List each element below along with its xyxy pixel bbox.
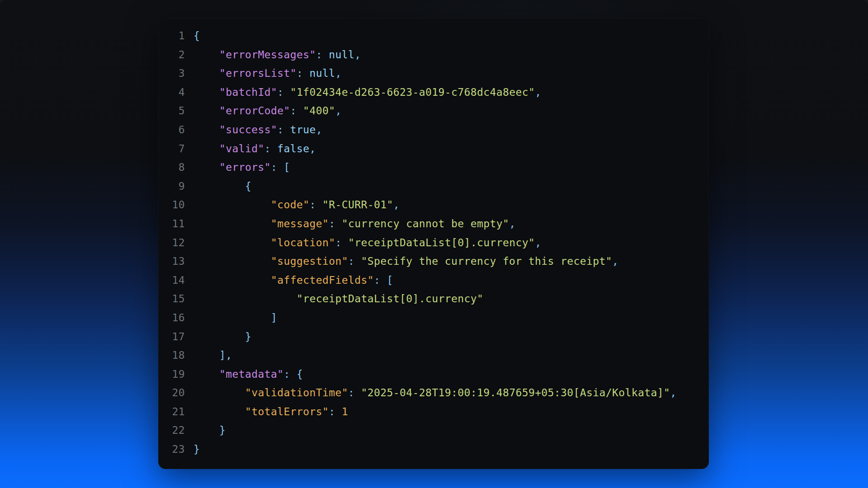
code-token-punct: ,	[309, 140, 316, 159]
line-number: 12	[164, 234, 185, 253]
code-token-str: "1f02434e-d263-6623-a019-c768dc4a8eec"	[290, 83, 535, 102]
code-token-num: 1	[342, 403, 348, 422]
code-area: 1{2 "errorMessages": null,3 "errorsList"…	[159, 19, 708, 459]
code-token-lit: null	[309, 64, 335, 83]
line-number: 19	[164, 365, 185, 384]
code-token-key: "batchId"	[219, 83, 277, 102]
code-token-key2: "validationTime"	[245, 384, 348, 403]
code-token-ws	[193, 384, 245, 403]
code-token-str: "currency cannot be empty"	[342, 215, 509, 234]
code-line: 18 ],	[164, 346, 708, 365]
line-number: 20	[164, 384, 185, 403]
code-token-punct: ,	[509, 215, 515, 234]
code-token-ws	[193, 309, 271, 328]
line-number: 16	[164, 309, 185, 328]
code-line: 14 "affectedFields": [	[164, 271, 708, 290]
line-number: 10	[164, 196, 185, 215]
code-line: 7 "valid": false,	[164, 140, 708, 159]
code-token-punct: [	[387, 271, 393, 290]
code-line: 10 "code": "R-CURR-01",	[164, 196, 708, 215]
line-number: 5	[164, 102, 185, 121]
code-token-punct: ]	[271, 309, 277, 328]
code-token-colon: :	[316, 46, 329, 65]
line-number: 18	[164, 346, 185, 365]
line-number: 7	[164, 140, 185, 159]
code-token-colon: :	[374, 271, 387, 290]
code-token-ws	[193, 234, 271, 253]
page-background: 1{2 "errorMessages": null,3 "errorsList"…	[0, 0, 868, 488]
code-token-key2: "affectedFields"	[271, 271, 374, 290]
code-token-str: "400"	[303, 102, 335, 121]
code-token-punct: ,	[335, 64, 341, 83]
line-number: 22	[164, 421, 185, 440]
code-line: 6 "success": true,	[164, 121, 708, 140]
code-token-colon: :	[329, 403, 342, 422]
code-line: 13 "suggestion": "Specify the currency f…	[164, 252, 708, 271]
code-line: 9 {	[164, 177, 708, 196]
code-token-punct: ,	[670, 384, 676, 403]
line-number: 13	[164, 252, 185, 271]
code-line: 5 "errorCode": "400",	[164, 102, 708, 121]
code-token-punct: {	[245, 177, 251, 196]
code-token-punct: [	[283, 158, 290, 177]
code-token-colon: :	[271, 158, 284, 177]
code-token-key: "success"	[219, 121, 277, 140]
line-number: 1	[164, 27, 185, 46]
code-token-punct: }	[245, 328, 251, 347]
code-token-ws	[193, 121, 219, 140]
code-token-key: "errorMessages"	[219, 46, 316, 65]
code-line: 2 "errorMessages": null,	[164, 46, 708, 65]
code-token-punct: ,	[354, 46, 361, 65]
code-token-lit: true	[290, 121, 316, 140]
code-token-key: "errors"	[219, 158, 271, 177]
code-token-colon: :	[335, 234, 348, 253]
line-number: 21	[164, 403, 185, 422]
code-token-key: "metadata"	[219, 365, 283, 384]
line-number: 3	[164, 64, 185, 83]
code-token-key2: "location"	[271, 234, 335, 253]
code-token-ws	[193, 403, 245, 422]
code-token-str: "receiptDataList[0].currency"	[297, 290, 483, 309]
code-token-punct: }	[219, 421, 226, 440]
line-number: 9	[164, 177, 185, 196]
code-line: 3 "errorsList": null,	[164, 64, 708, 83]
code-token-lit: false	[277, 140, 309, 159]
code-token-colon: :	[277, 83, 290, 102]
code-line: 19 "metadata": {	[164, 365, 708, 384]
code-token-ws	[193, 46, 219, 65]
code-token-ws	[193, 290, 297, 309]
code-token-lit: null	[329, 46, 354, 65]
code-token-colon: :	[297, 64, 310, 83]
code-token-punct: }	[193, 440, 200, 459]
code-token-punct: ,	[393, 196, 400, 215]
code-token-str: "Specify the currency for this receipt"	[361, 252, 612, 271]
line-number: 15	[164, 290, 185, 309]
code-token-ws	[193, 140, 219, 159]
code-token-key2: "code"	[271, 196, 309, 215]
code-token-punct: ],	[219, 346, 232, 365]
code-token-ws	[193, 215, 271, 234]
code-token-str: "receiptDataList[0].currency"	[348, 234, 535, 253]
code-line: 12 "location": "receiptDataList[0].curre…	[164, 234, 708, 253]
code-token-colon: :	[348, 384, 361, 403]
code-token-key: "errorCode"	[219, 102, 290, 121]
code-token-key2: "message"	[271, 215, 329, 234]
code-token-ws	[193, 196, 271, 215]
code-token-ws	[193, 271, 271, 290]
code-token-punct: ,	[612, 252, 618, 271]
code-line: 20 "validationTime": "2025-04-28T19:00:1…	[164, 384, 708, 403]
code-token-ws	[193, 252, 271, 271]
code-token-key: "errorsList"	[219, 64, 297, 83]
code-token-colon: :	[329, 215, 342, 234]
code-line: 1{	[164, 27, 708, 46]
code-token-key: "valid"	[219, 140, 264, 159]
code-token-ws	[193, 158, 219, 177]
code-line: 4 "batchId": "1f02434e-d263-6623-a019-c7…	[164, 83, 708, 102]
code-line: 17 }	[164, 328, 708, 347]
code-token-colon: :	[277, 121, 290, 140]
line-number: 17	[164, 328, 185, 347]
code-token-key2: "suggestion"	[271, 252, 348, 271]
code-line: 21 "totalErrors": 1	[164, 403, 708, 422]
code-token-colon: :	[309, 196, 322, 215]
code-token-ws	[193, 83, 219, 102]
